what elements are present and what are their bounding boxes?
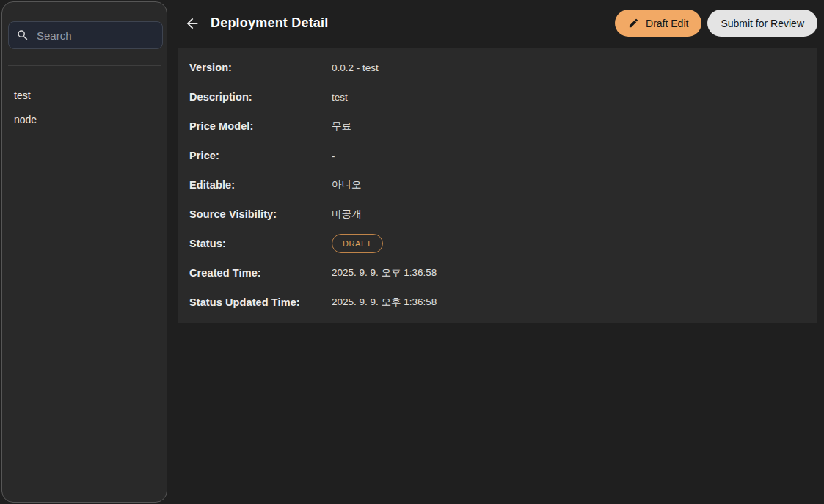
detail-row: Version:0.0.2 - test — [178, 53, 817, 82]
arrow-left-icon — [184, 15, 202, 32]
draft-edit-label: Draft Edit — [646, 18, 688, 29]
detail-row: Description:test — [178, 82, 817, 112]
field-value: test — [332, 92, 348, 103]
detail-row: Status Updated Time:2025. 9. 9. 오후 1:36:… — [178, 288, 817, 317]
field-value: 2025. 9. 9. 오후 1:36:58 — [332, 296, 437, 309]
field-label: Source Visibility: — [189, 208, 332, 220]
back-button[interactable] — [184, 15, 202, 32]
draft-edit-button[interactable]: Draft Edit — [615, 10, 701, 37]
header-actions: Draft Edit Submit for Review — [615, 10, 817, 37]
sidebar-list: test node — [2, 83, 167, 131]
status-badge: DRAFT — [332, 234, 383, 253]
sidebar: test node — [1, 1, 167, 503]
detail-fields: Version:0.0.2 - testDescription:testPric… — [178, 53, 817, 317]
page-title: Deployment Detail — [211, 15, 328, 31]
sidebar-item-test[interactable]: test — [2, 83, 167, 107]
detail-row: Created Time:2025. 9. 9. 오후 1:36:58 — [178, 258, 817, 288]
main-header: Deployment Detail Draft Edit Submit for … — [178, 0, 824, 48]
field-label: Status Updated Time: — [189, 296, 332, 308]
submit-for-review-button[interactable]: Submit for Review — [707, 10, 817, 37]
field-value: 2025. 9. 9. 오후 1:36:58 — [332, 266, 437, 280]
detail-row: Source Visibility:비공개 — [178, 200, 817, 229]
field-label: Created Time: — [189, 267, 332, 279]
field-label: Version: — [189, 62, 332, 73]
field-label: Status: — [189, 238, 332, 249]
field-value: 무료 — [332, 120, 351, 133]
field-value: 0.0.2 - test — [332, 62, 379, 73]
detail-row: Status:DRAFT — [178, 229, 817, 258]
field-value: 비공개 — [332, 208, 362, 221]
field-label: Price Model: — [189, 120, 332, 132]
detail-row: Editable:아니오 — [178, 170, 817, 200]
field-label: Description: — [189, 91, 332, 103]
search-box[interactable] — [8, 21, 163, 49]
sidebar-divider — [8, 65, 161, 66]
search-icon — [16, 29, 29, 42]
detail-row: Price:- — [178, 141, 817, 170]
pencil-icon — [628, 18, 639, 29]
field-value: 아니오 — [332, 178, 362, 191]
search-input[interactable] — [37, 29, 155, 42]
submit-for-review-label: Submit for Review — [721, 18, 804, 29]
field-label: Price: — [189, 150, 332, 161]
deployment-detail-panel: Version:0.0.2 - testDescription:testPric… — [178, 48, 817, 323]
sidebar-item-node[interactable]: node — [2, 107, 167, 131]
detail-row: Price Model:무료 — [178, 112, 817, 141]
field-label: Editable: — [189, 179, 332, 191]
field-value: - — [332, 150, 335, 161]
